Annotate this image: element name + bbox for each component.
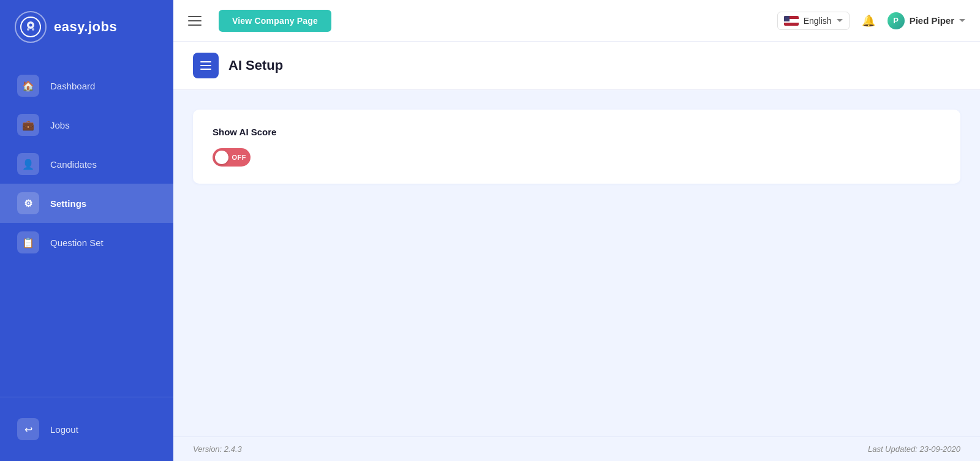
sidebar-logo: easy.jobs (0, 0, 173, 54)
header: View Company Page English 🔔 P Pied Piper (173, 0, 980, 42)
hamburger-line-2 (188, 20, 202, 21)
content-area: Show AI Score OFF (173, 90, 980, 437)
svg-point-4 (32, 28, 34, 31)
settings-icon: ⚙ (17, 192, 39, 214)
footer: Version: 2.4.3 Last Updated: 23-09-2020 (173, 437, 980, 461)
language-selector[interactable]: English (777, 12, 850, 30)
hamburger-line-3 (188, 24, 202, 26)
app-name: easy.jobs (54, 19, 117, 35)
view-company-button[interactable]: View Company Page (219, 10, 331, 32)
sidebar-item-dashboard[interactable]: 🏠 Dashboard (0, 66, 173, 105)
language-chevron-icon (837, 19, 843, 22)
main-content: View Company Page English 🔔 P Pied Piper (173, 0, 980, 461)
page-content: AI Setup Show AI Score OFF Version: 2.4.… (173, 42, 980, 461)
company-chevron-icon (959, 19, 965, 22)
last-updated-text: Last Updated: 23-09-2020 (868, 444, 960, 454)
sidebar-item-dashboard-label: Dashboard (50, 81, 95, 91)
page-header-icon (193, 53, 219, 78)
us-flag-icon (784, 16, 799, 26)
toggle-container: OFF (213, 148, 941, 167)
sidebar-item-jobs-label: Jobs (50, 120, 70, 130)
question-set-icon: 📋 (17, 231, 39, 253)
toggle-off-label: OFF (232, 154, 247, 161)
sidebar: easy.jobs 🏠 Dashboard 💼 Jobs 👤 Candidate… (0, 0, 173, 461)
sidebar-item-question-set-label: Question Set (50, 238, 104, 248)
sidebar-item-jobs[interactable]: 💼 Jobs (0, 105, 173, 144)
language-label: English (804, 16, 832, 26)
sidebar-item-logout-label: Logout (50, 424, 78, 435)
app-logo-icon (15, 11, 47, 43)
sidebar-item-candidates[interactable]: 👤 Candidates (0, 144, 173, 184)
svg-point-2 (29, 24, 32, 27)
jobs-icon: 💼 (17, 114, 39, 136)
toggle-knob (215, 151, 228, 164)
sidebar-item-candidates-label: Candidates (50, 159, 97, 170)
show-ai-score-label: Show AI Score (213, 127, 941, 137)
version-text: Version: 2.4.3 (193, 444, 242, 454)
logout-icon: ↩ (17, 418, 39, 440)
dashboard-icon: 🏠 (17, 75, 39, 97)
page-title: AI Setup (228, 58, 283, 73)
sidebar-item-question-set[interactable]: 📋 Question Set (0, 223, 173, 262)
company-selector[interactable]: P Pied Piper (888, 12, 965, 29)
company-logo-icon: P (888, 12, 905, 29)
svg-point-3 (27, 28, 29, 31)
sidebar-item-settings[interactable]: ⚙ Settings (0, 184, 173, 223)
sidebar-nav: 🏠 Dashboard 💼 Jobs 👤 Candidates ⚙ Settin… (0, 54, 173, 397)
sidebar-bottom: ↩ Logout (0, 397, 173, 461)
page-header-bar: AI Setup (173, 42, 980, 90)
sidebar-item-settings-label: Settings (50, 198, 86, 209)
hamburger-line-1 (188, 16, 202, 17)
candidates-icon: 👤 (17, 153, 39, 175)
ai-setup-card: Show AI Score OFF (193, 110, 960, 184)
company-name-label: Pied Piper (910, 15, 954, 26)
hamburger-menu-button[interactable] (188, 11, 208, 31)
notification-bell-icon[interactable]: 🔔 (857, 12, 880, 30)
ai-score-toggle[interactable]: OFF (213, 148, 251, 167)
sidebar-item-logout[interactable]: ↩ Logout (0, 410, 173, 449)
